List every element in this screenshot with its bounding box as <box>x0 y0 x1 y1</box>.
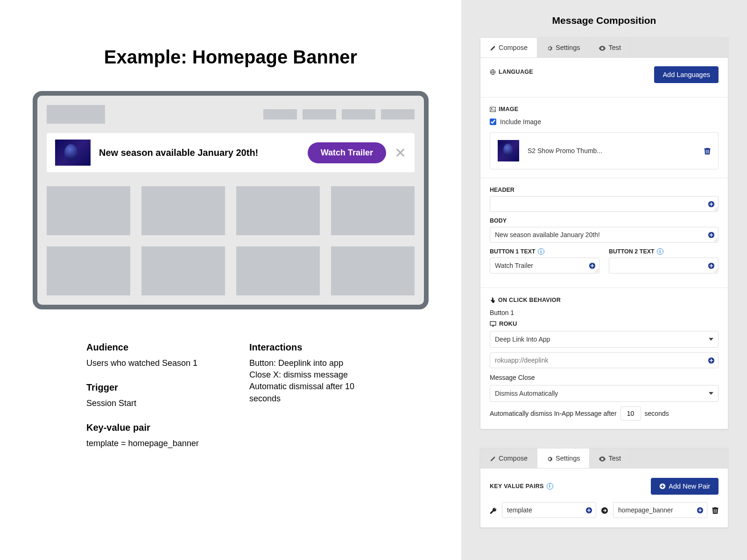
panel-title: Message Composition <box>480 0 728 37</box>
key-icon <box>490 506 497 514</box>
wireframe-nav-placeholder <box>381 109 415 119</box>
monitor-icon <box>490 320 496 327</box>
kvp-heading: Key-value pair <box>86 422 212 433</box>
dismiss-text-pre: Automatically dismiss In-App Message aft… <box>490 410 617 417</box>
body-field-label: BODY <box>490 217 719 224</box>
svg-rect-3 <box>490 107 495 112</box>
wireframe-nav-placeholder <box>342 109 375 119</box>
onclick-label: ON CLICK BEHAVIOR <box>498 297 561 303</box>
tab-test[interactable]: Test <box>590 448 631 468</box>
plus-circle-icon[interactable] <box>708 356 715 364</box>
plus-circle-icon[interactable] <box>585 506 592 514</box>
dismiss-text-post: seconds <box>645 410 669 417</box>
tab-compose[interactable]: Compose <box>480 448 537 468</box>
trash-icon[interactable] <box>712 506 719 514</box>
language-label: LANGUAGE <box>499 69 533 75</box>
kvp-key-input[interactable] <box>502 502 596 518</box>
wireframe-nav-placeholder <box>263 109 297 119</box>
roku-platform-label: ROKU <box>499 320 517 327</box>
trigger-heading: Trigger <box>86 382 212 393</box>
watch-trailer-button[interactable]: Watch Trailer <box>308 142 386 163</box>
include-image-checkbox[interactable] <box>490 119 496 125</box>
globe-icon <box>490 69 496 75</box>
tab-compose-label: Compose <box>499 455 528 462</box>
arrow-right-icon <box>601 506 608 514</box>
plus-circle-icon <box>659 483 666 490</box>
audience-value: Users who watched Season 1 <box>86 357 212 369</box>
wireframe-mockup: New season available January 20th! Watch… <box>33 91 429 309</box>
kvp-panel: Compose Settings Test KEY VALUE PAIRS i … <box>480 448 728 528</box>
deeplink-input[interactable] <box>490 352 719 368</box>
roku-action-select[interactable]: Deep Link Into App <box>490 331 719 348</box>
message-close-label: Message Close <box>490 374 719 381</box>
body-input[interactable] <box>490 227 719 243</box>
wireframe-tile <box>236 246 320 295</box>
wireframe-tile <box>331 186 415 235</box>
interaction-item: Close X: dismiss message <box>249 369 375 381</box>
tab-compose-label: Compose <box>499 44 528 51</box>
button1-text-input[interactable] <box>490 258 599 273</box>
caret-down-icon <box>709 392 713 395</box>
tab-settings[interactable]: Settings <box>537 448 590 468</box>
image-filename: S2 Show Promo Thumb... <box>528 147 696 154</box>
interaction-item: Automatic dismissal after 10 seconds <box>249 381 375 404</box>
tab-compose[interactable]: Compose <box>480 38 537 57</box>
svg-rect-9 <box>490 322 496 325</box>
button1-subheading: Button 1 <box>490 309 719 316</box>
interaction-item: Button: Deeplink into app <box>249 357 375 369</box>
kvp-section-label: KEY VALUE PAIRS <box>490 483 544 490</box>
image-thumbnail <box>498 140 519 161</box>
trigger-value: Session Start <box>86 398 212 409</box>
button2-field-label: BUTTON 2 TEXT <box>609 248 655 255</box>
resize-handle-icon <box>714 238 718 242</box>
wireframe-tile <box>331 246 415 295</box>
trash-icon[interactable] <box>704 147 711 155</box>
roku-action-select-value: Deep Link Into App <box>495 336 550 343</box>
close-icon[interactable]: ✕ <box>395 145 406 161</box>
wireframe-tile <box>47 246 130 295</box>
homepage-banner: New season available January 20th! Watch… <box>47 133 415 172</box>
resize-handle-icon <box>714 207 718 211</box>
dismiss-seconds-input[interactable] <box>620 406 641 420</box>
tab-settings[interactable]: Settings <box>537 38 590 57</box>
wireframe-tile <box>47 186 130 235</box>
plus-circle-icon[interactable] <box>697 506 704 514</box>
message-close-select-value: Dismiss Automatically <box>495 390 558 397</box>
tab-settings-label: Settings <box>556 455 580 462</box>
kvp-value-input[interactable] <box>613 502 707 518</box>
message-close-select[interactable]: Dismiss Automatically <box>490 385 719 402</box>
svg-point-4 <box>491 108 492 109</box>
pencil-icon <box>490 44 496 51</box>
gear-icon <box>547 455 553 462</box>
pointer-icon <box>490 296 495 303</box>
info-icon[interactable]: i <box>657 248 663 255</box>
button1-field-label: BUTTON 1 TEXT <box>490 248 536 255</box>
add-new-pair-button[interactable]: Add New Pair <box>651 478 719 495</box>
wireframe-tile <box>141 186 225 235</box>
wireframe-logo-placeholder <box>47 105 105 124</box>
caret-down-icon <box>709 338 713 341</box>
resize-handle-icon <box>714 269 718 273</box>
info-icon[interactable]: i <box>547 483 553 490</box>
image-section-label: IMAGE <box>499 106 518 112</box>
resize-handle-icon <box>595 269 599 273</box>
kvp-value: template = homepage_banner <box>86 438 212 449</box>
banner-text: New season available January 20th! <box>99 147 258 158</box>
button2-text-input[interactable] <box>609 258 719 273</box>
tab-test-label: Test <box>608 455 621 462</box>
header-input[interactable] <box>490 196 719 212</box>
example-title: Example: Homepage Banner <box>33 47 429 68</box>
image-card: S2 Show Promo Thumb... <box>490 132 719 169</box>
audience-heading: Audience <box>86 342 212 353</box>
info-icon[interactable]: i <box>538 248 544 255</box>
tab-test[interactable]: Test <box>590 38 631 57</box>
add-languages-button[interactable]: Add Languages <box>654 66 719 83</box>
wireframe-tile <box>141 246 225 295</box>
banner-thumbnail <box>55 140 91 166</box>
wireframe-nav-placeholder <box>303 109 336 119</box>
add-new-pair-label: Add New Pair <box>669 483 710 490</box>
eye-icon <box>599 44 606 51</box>
tab-test-label: Test <box>608 44 621 51</box>
tab-settings-label: Settings <box>556 44 580 51</box>
include-image-checkbox-row[interactable]: Include Image <box>490 118 719 126</box>
